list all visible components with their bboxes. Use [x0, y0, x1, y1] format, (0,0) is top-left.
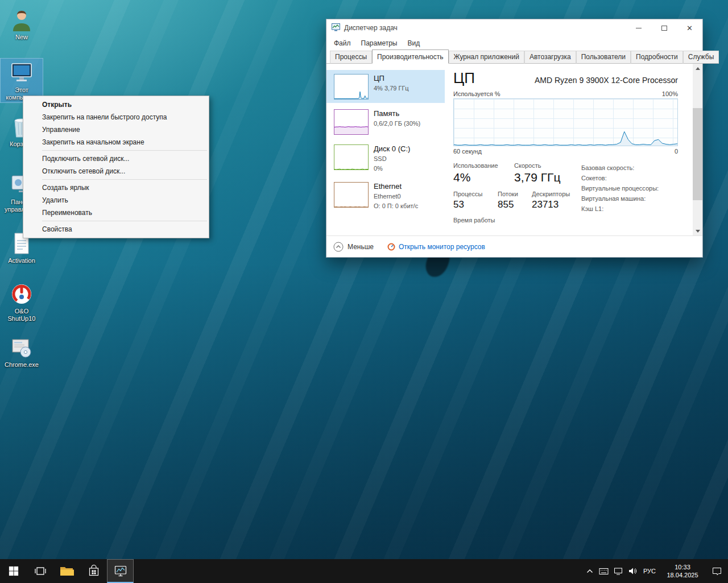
user-picture-icon [1, 7, 43, 32]
title-bar[interactable]: Диспетчер задач ✕ [326, 19, 702, 36]
menu-options[interactable]: Параметры [356, 39, 403, 47]
touch-keyboard-button[interactable] [597, 559, 611, 583]
windows-logo-icon [9, 566, 19, 576]
scroll-down-icon[interactable] [693, 226, 702, 235]
speed-label: Скорость [514, 162, 560, 169]
desktop-icon-new[interactable]: New [1, 6, 43, 42]
sidebar-memory-title: Память [374, 109, 420, 118]
task-view-icon [34, 565, 47, 577]
tab-app-history[interactable]: Журнал приложений [449, 51, 524, 64]
installer-disc-icon [1, 335, 43, 360]
context-menu-item-delete[interactable]: Удалить [23, 194, 209, 206]
taskbar: РУС 10:33 18.04.2025 [0, 559, 728, 583]
task-manager-taskbar-button[interactable] [107, 559, 134, 583]
store-button[interactable] [80, 559, 107, 583]
speaker-icon [628, 567, 637, 575]
store-bag-icon [88, 565, 100, 577]
network-status-button[interactable] [611, 559, 625, 583]
desktop: New Этот компьютер Корзина [0, 0, 728, 583]
sidebar-cpu-title: ЦП [374, 74, 409, 82]
close-button[interactable]: ✕ [677, 19, 702, 36]
virtual-machine-label: Виртуальная машина: [581, 193, 659, 204]
chevron-up-icon [586, 569, 593, 573]
tab-details[interactable]: Подробности [631, 51, 683, 64]
fewer-details-label: Меньше [348, 243, 374, 251]
desktop-icon-chrome-exe[interactable]: Chrome.exe [1, 333, 43, 370]
scroll-up-icon[interactable] [693, 64, 702, 73]
minimize-icon [636, 28, 642, 28]
scrollbar[interactable] [693, 64, 702, 235]
maximize-button[interactable] [651, 19, 677, 36]
context-menu-item-disconnect-network-drive[interactable]: Отключить сетевой диск... [23, 165, 209, 177]
tab-users[interactable]: Пользователи [576, 51, 631, 64]
task-manager-icon [114, 565, 127, 577]
chevron-up-circle-icon [333, 242, 344, 252]
keyboard-icon [599, 568, 609, 575]
graph-label-max: 100% [662, 90, 678, 97]
start-button[interactable] [0, 559, 27, 583]
tab-services[interactable]: Службы [683, 51, 719, 64]
system-tray: РУС 10:33 18.04.2025 [582, 559, 728, 583]
memory-thumbnail-graph [334, 109, 369, 135]
computer-monitor-icon [1, 60, 43, 85]
power-ring-icon [1, 282, 43, 307]
language-indicator[interactable]: РУС [639, 568, 660, 574]
context-menu-item-rename[interactable]: Переименовать [23, 206, 209, 219]
panel-title: ЦП [453, 69, 475, 87]
open-resource-monitor-link[interactable]: Открыть монитор ресурсов [387, 243, 485, 251]
volume-button[interactable] [625, 559, 639, 583]
virtual-processors-label: Виртуальные процессоры: [581, 183, 659, 193]
sidebar-ethernet-subtitle2: О: 0 П: 0 кбит/с [374, 202, 418, 210]
context-menu-item-create-shortcut[interactable]: Создать ярлык [23, 181, 209, 194]
sidebar-item-ethernet[interactable]: Ethernet Ethernet0 О: 0 П: 0 кбит/с [326, 178, 445, 213]
tab-startup[interactable]: Автозагрузка [524, 51, 576, 64]
context-menu-separator [42, 179, 207, 180]
speed-value: 3,79 ГГц [514, 171, 560, 184]
menu-file[interactable]: Файл [329, 39, 356, 47]
window-title: Диспетчер задач [344, 24, 398, 32]
menu-view[interactable]: Вид [402, 39, 425, 47]
context-menu-item-properties[interactable]: Свойства [23, 223, 209, 235]
performance-sidebar: ЦП 4% 3,79 ГГц Память 0,6/2,0 ГБ (30%) Д… [326, 64, 445, 235]
context-menu-item-pin-start[interactable]: Закрепить на начальном экране [23, 136, 209, 148]
window-footer: Меньше Открыть монитор ресурсов [326, 235, 702, 257]
threads-label: Потоки [498, 191, 532, 197]
desktop-icon-label: New [1, 34, 43, 41]
hidden-icons-button[interactable] [582, 559, 597, 583]
desktop-icon-label: Chrome.exe [1, 361, 43, 369]
folder-icon [60, 565, 75, 577]
action-center-button[interactable] [705, 559, 728, 583]
clock-time: 10:33 [660, 563, 705, 571]
maximize-icon [661, 26, 667, 31]
task-manager-app-icon [332, 23, 340, 33]
scrollbar-track[interactable] [693, 73, 702, 226]
sidebar-item-cpu[interactable]: ЦП 4% 3,79 ГГц [326, 70, 445, 103]
context-menu-item-manage[interactable]: Управление [23, 123, 209, 136]
context-menu-item-map-network-drive[interactable]: Подключить сетевой диск... [23, 152, 209, 165]
sidebar-ethernet-title: Ethernet [374, 182, 418, 191]
file-explorer-button[interactable] [53, 559, 80, 583]
sidebar-item-memory[interactable]: Память 0,6/2,0 ГБ (30%) [326, 105, 445, 138]
fewer-details-button[interactable]: Меньше [333, 242, 374, 252]
minimize-button[interactable] [626, 19, 651, 36]
context-menu-item-pin-quick-access[interactable]: Закрепить на панели быстрого доступа [23, 111, 209, 123]
context-menu-separator [42, 150, 207, 151]
clock[interactable]: 10:33 18.04.2025 [660, 563, 705, 579]
task-manager-window: Диспетчер задач ✕ Файл Параметры Вид Про… [326, 19, 703, 258]
scrollbar-thumb[interactable] [693, 108, 702, 200]
graph-label-usage: Используется % [453, 90, 500, 97]
processes-value: 53 [453, 199, 498, 210]
desktop-icon-label: O&O ShutUp10 [1, 308, 43, 322]
context-menu-item-open[interactable]: Открыть [23, 98, 209, 111]
cpu-performance-panel: ЦП AMD Ryzen 9 3900X 12-Core Processor И… [445, 64, 693, 235]
desktop-icon-oo-shutup10[interactable]: O&O ShutUp10 [1, 280, 43, 324]
sidebar-item-disk[interactable]: Диск 0 (C:) SSD 0% [326, 140, 445, 176]
task-view-button[interactable] [27, 559, 53, 583]
tab-performance[interactable]: Производительность [372, 49, 448, 64]
action-center-icon [712, 567, 722, 576]
l1-cache-label: Кэш L1: [581, 204, 659, 214]
tab-processes[interactable]: Процессы [330, 51, 372, 64]
processor-name: AMD Ryzen 9 3900X 12-Core Processor [535, 76, 678, 85]
sidebar-disk-title: Диск 0 (C:) [374, 144, 410, 153]
ethernet-thumbnail-graph [334, 182, 369, 208]
